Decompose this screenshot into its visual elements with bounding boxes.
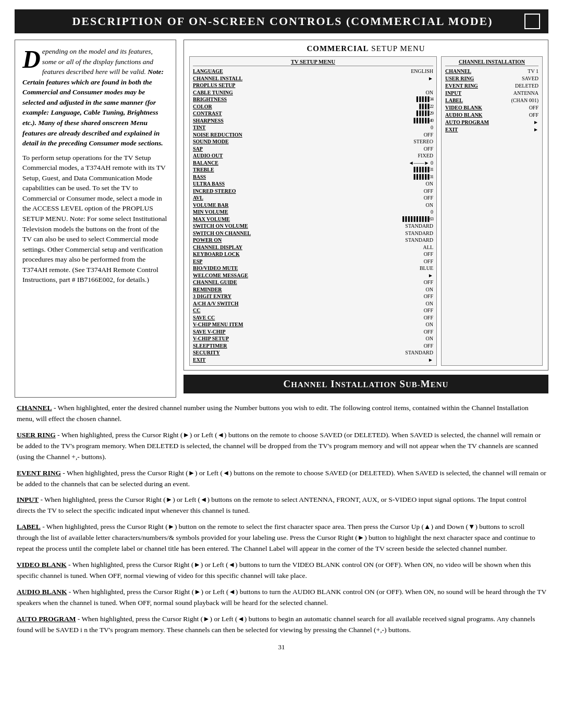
tv-menu-row-color: COLOR▐▐▐▐ 22 [193, 103, 433, 110]
left-para2: To perform setup operations for the TV S… [22, 153, 168, 285]
tv-menu-row-contrast: CONTRAST▐▐▐▐▐ 29 [193, 110, 433, 117]
commercial-menu-title: COMMERCIAL SETUP MENU [189, 44, 543, 53]
term-input: INPUT [17, 496, 39, 503]
tv-menu-row-biovideomute: BIO/VIDEO MUTEBLUE [193, 265, 433, 272]
tv-menu-row-chaninstall: CHANNEL INSTALL► [193, 75, 433, 82]
tv-menu-row-balance: BALANCE◄——► 0 [193, 159, 433, 167]
submenu-title: CHANNEL INSTALLATION SUB-MENU [284, 378, 449, 389]
tv-menu-row-noisered: NOISE REDUCTIONOFF [193, 131, 433, 139]
page: Description of On-Screen Controls (Comme… [0, 0, 563, 728]
channel-install-title: CHANNEL INSTALLATION [445, 59, 538, 66]
tv-menu-row-language: LANGUAGEENGLISH [193, 68, 433, 75]
tv-menu-row-avl: AVLOFF [193, 194, 433, 202]
tv-menu-row-security: SECURITYSTANDARD [193, 349, 433, 356]
ci-row-userring: USER RINGSAVED [445, 75, 538, 82]
tv-menu-row-reminder: REMINDERON [193, 286, 433, 293]
tv-menu-row-ach: A/CH A/V SWITCHON [193, 300, 433, 307]
tv-setup-menu-box: TV SETUP MENU LANGUAGEENGLISH CHANNEL IN… [189, 56, 437, 366]
commercial-label: COMMERCIAL [307, 44, 369, 53]
channel-install-box: CHANNEL INSTALLATION CHANNELTV 1 USER RI… [441, 56, 543, 366]
drop-cap: D [22, 50, 41, 69]
header-box [524, 14, 540, 29]
tv-menu-row-proplus: PROPLUS SETUP [193, 82, 433, 89]
ci-row-channel: CHANNELTV 1 [445, 68, 538, 75]
tv-menu-row-switchonchan: SWITCH ON CHANNELSTANDARD [193, 230, 433, 237]
tv-menu-row-soundmode: SOUND MODESTEREO [193, 138, 433, 145]
ci-row-eventring: EVENT RINGDELETED [445, 82, 538, 90]
ci-row-input: INPUTANTENNA [445, 90, 538, 97]
para-audioblank: AUDIO BLANK - When highlighted, press th… [17, 587, 546, 609]
tv-setup-menu-title: TV SETUP MENU [193, 59, 433, 66]
page-header: Description of On-Screen Controls (Comme… [15, 9, 548, 33]
tv-menu-row-brightness: BRIGHTNESS▐▐▐▐▐ 34 [193, 96, 433, 103]
tv-menu-row-savevchip: SAVE V-CHIPOFF [193, 328, 433, 336]
right-column: COMMERCIAL SETUP MENU TV SETUP MENU LANG… [183, 40, 548, 398]
term-autoprog: AUTO PROGRAM [17, 615, 76, 623]
para2-text: To perform setup operations for the TV S… [22, 154, 167, 284]
tv-menu-row-volumebar: VOLUME BARON [193, 202, 433, 209]
tv-menu-row-welcome: WELCOME MESSAGE► [193, 272, 433, 279]
para-input: INPUT - When highlighted, press the Curs… [17, 495, 546, 516]
tv-menu-row-sharpness: SHARPNESS▐▐▐▐▐▐ 40 [193, 117, 433, 125]
tv-menu-row-savecc: SAVE CCOFF [193, 314, 433, 322]
tv-menu-row-vchipmenu: V-CHIP MENU ITEMON [193, 321, 433, 328]
page-number: 31 [15, 643, 548, 651]
term-audioblank: AUDIO BLANK [17, 588, 67, 596]
para-channel: CHANNEL - When highlighted, enter the de… [17, 403, 546, 425]
ci-row-autoprog: AUTO PROGRAM► [445, 119, 538, 126]
left-intro: Depending on the model and its features,… [22, 46, 168, 149]
tv-menu-row-esp: ESPOFF [193, 258, 433, 265]
tv-menu-row-minvol: MIN VOLUME0 [193, 208, 433, 216]
setup-label: SETUP MENU [369, 44, 425, 53]
tv-menu-row-audioout: AUDIO OUTFIXED [193, 152, 433, 159]
para-autoprog: AUTO PROGRAM - When highlighted, press t… [17, 614, 546, 636]
tv-menu-row-cc: CCOFF [193, 307, 433, 314]
term-videoblank: VIDEO BLANK [17, 561, 67, 569]
para-userring: USER RING - When highlighted, press the … [17, 430, 546, 463]
ci-row-videoblank: VIDEO BLANKOFF [445, 104, 538, 112]
tv-menu-row-3digit: 3 DIGIT ENTRYOFF [193, 293, 433, 300]
tv-menu-row-cabletuning: CABLE TUNINGON [193, 89, 433, 96]
body-text: CHANNEL - When highlighted, enter the de… [15, 403, 548, 636]
tv-menu-row-ultrabass: ULTRA BASSON [193, 180, 433, 188]
tv-menu-row-chandisplay: CHANNEL DISPLAYALL [193, 244, 433, 251]
term-userring: USER RING [17, 431, 56, 439]
tv-menu-row-switchonvol: SWITCH ON VOLUMESTANDARD [193, 223, 433, 230]
commercial-setup-menu: COMMERCIAL SETUP MENU TV SETUP MENU LANG… [183, 40, 548, 371]
tv-menu-row-bass: BASS▐▐▐▐▐▐ 31 [193, 174, 433, 181]
term-label: LABEL [17, 523, 41, 530]
tv-menu-row-poweron: POWER ONSTANDARD [193, 237, 433, 244]
tv-menu-row-sap: SAPOFF [193, 145, 433, 153]
tv-menu-row-tint: TINT0 [193, 124, 433, 131]
ci-row-audioblank: AUDIO BLANKOFF [445, 112, 538, 119]
tv-menu-row-changuide: CHANNEL GUIDEOFF [193, 279, 433, 286]
page-title: Description of On-Screen Controls (Comme… [41, 15, 524, 28]
left-column: Depending on the model and its features,… [15, 40, 176, 398]
submenu-header: CHANNEL INSTALLATION SUB-MENU [183, 375, 548, 393]
term-eventring: EVENT RING [17, 469, 61, 477]
menu-boxes: TV SETUP MENU LANGUAGEENGLISH CHANNEL IN… [189, 56, 543, 366]
term-channel: CHANNEL [17, 404, 52, 412]
tv-menu-row-treble: TREBLE▐▐▐▐▐▐ 31 [193, 166, 433, 174]
para-videoblank: VIDEO BLANK - When highlighted, press th… [17, 560, 546, 582]
main-columns: Depending on the model and its features,… [15, 40, 548, 398]
ci-row-exit: EXIT► [445, 126, 538, 133]
para-eventring: EVENT RING - When highlighted, press the… [17, 468, 546, 490]
ci-row-label: LABEL(CHAN 001) [445, 97, 538, 104]
tv-menu-row-sleeptimer: SLEEPTIMEROFF [193, 342, 433, 350]
tv-menu-row-keylock: KEYBOARD LOCKOFF [193, 251, 433, 258]
intro-text: epending on the model and its features, … [42, 47, 153, 76]
tv-menu-row-incredstereo: INCRED STEREOOFF [193, 188, 433, 195]
para-label: LABEL - When highlighted, press the Curs… [17, 522, 546, 554]
tv-menu-row-vchipsetup: V-CHIP SETUPON [193, 335, 433, 342]
tv-menu-row-maxvol: MAX VOLUME▐▐▐▐▐▐▐▐▐▐ 63 [193, 216, 433, 223]
note-bold: Note: Certain features which are found i… [22, 68, 164, 147]
tv-menu-row-exit: EXIT► [193, 356, 433, 364]
